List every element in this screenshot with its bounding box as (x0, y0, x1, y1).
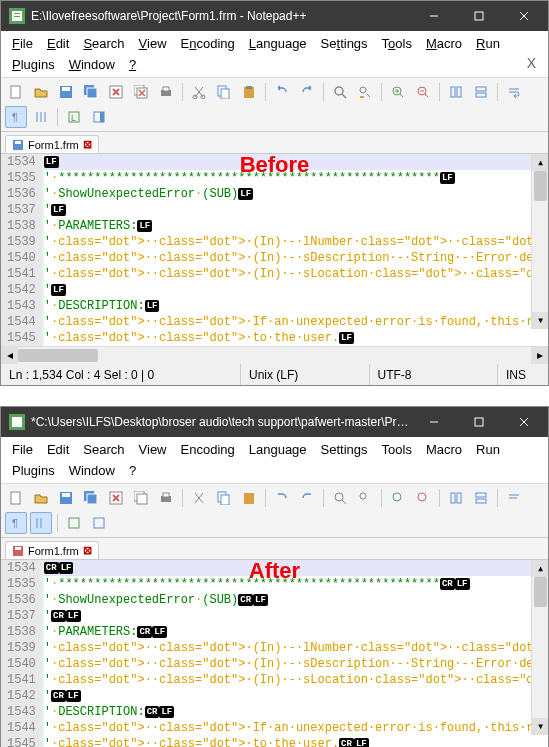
menu-edit[interactable]: Edit (42, 440, 74, 459)
code-editor[interactable]: 1534153515361537153815391540154115421543… (1, 560, 548, 747)
zoom-out-icon[interactable] (412, 81, 434, 103)
menu-search[interactable]: Search (78, 34, 129, 53)
minimize-button[interactable] (411, 407, 456, 437)
sync-h-icon[interactable] (470, 81, 492, 103)
open-file-icon[interactable] (30, 81, 52, 103)
sync-h-icon[interactable] (470, 487, 492, 509)
scroll-up-icon[interactable]: ▴ (532, 560, 548, 577)
titlebar[interactable]: E:\Ilovefreesoftware\Project\Form1.frm -… (1, 1, 548, 31)
menu-macro[interactable]: Macro (421, 34, 467, 53)
redo-icon[interactable] (296, 487, 318, 509)
copy-icon[interactable] (213, 81, 235, 103)
menu-file[interactable]: File (7, 440, 38, 459)
close-button[interactable] (501, 407, 546, 437)
wordwrap-icon[interactable] (503, 81, 525, 103)
doc-map-icon[interactable] (88, 106, 110, 128)
file-tab[interactable]: Form1.frm ⊠ (5, 541, 99, 559)
menu-macro[interactable]: Macro (421, 440, 467, 459)
titlebar[interactable]: *C:\Users\ILFS\Desktop\broser audio\tech… (1, 407, 548, 437)
status-encoding[interactable]: UTF-8 (370, 364, 499, 385)
tab-close-icon[interactable]: ⊠ (83, 544, 92, 557)
redo-icon[interactable] (296, 81, 318, 103)
code-editor[interactable]: 1534153515361537153815391540154115421543… (1, 154, 548, 346)
maximize-button[interactable] (456, 407, 501, 437)
menu-encoding[interactable]: Encoding (176, 440, 240, 459)
menu-language[interactable]: Language (244, 34, 312, 53)
file-tab[interactable]: Form1.frm ⊠ (5, 135, 99, 153)
scroll-thumb-h[interactable] (18, 349, 98, 362)
close-all-icon[interactable] (130, 487, 152, 509)
scroll-up-icon[interactable]: ▴ (532, 154, 548, 171)
horizontal-scrollbar[interactable]: ◂ ▸ (1, 346, 548, 363)
undo-icon[interactable] (271, 487, 293, 509)
menu-tools[interactable]: Tools (377, 440, 417, 459)
cut-icon[interactable] (188, 81, 210, 103)
menu-search[interactable]: Search (78, 440, 129, 459)
scroll-down-icon[interactable]: ▾ (532, 718, 548, 735)
status-insert[interactable]: INS (498, 364, 548, 385)
zoom-in-icon[interactable] (387, 81, 409, 103)
new-file-icon[interactable] (5, 81, 27, 103)
indent-guide-icon[interactable] (30, 512, 52, 534)
zoom-in-icon[interactable] (387, 487, 409, 509)
print-icon[interactable] (155, 81, 177, 103)
menu-help[interactable]: ? (124, 55, 141, 74)
replace-icon[interactable] (354, 487, 376, 509)
menu-tools[interactable]: Tools (377, 34, 417, 53)
close-all-icon[interactable] (130, 81, 152, 103)
menu-settings[interactable]: Settings (316, 34, 373, 53)
scroll-thumb-v[interactable] (534, 577, 547, 607)
doc-map-icon[interactable] (88, 512, 110, 534)
vertical-scrollbar[interactable]: ▴ ▾ (531, 154, 548, 329)
wordwrap-icon[interactable] (503, 487, 525, 509)
show-whitespace-icon[interactable]: ¶ (5, 106, 27, 128)
copy-icon[interactable] (213, 487, 235, 509)
find-icon[interactable] (329, 487, 351, 509)
menu-edit[interactable]: Edit (42, 34, 74, 53)
close-file-icon[interactable] (105, 81, 127, 103)
sync-v-icon[interactable] (445, 81, 467, 103)
maximize-button[interactable] (456, 1, 501, 31)
replace-icon[interactable] (354, 81, 376, 103)
status-eol[interactable]: Unix (LF) (241, 364, 370, 385)
find-icon[interactable] (329, 81, 351, 103)
userlang-icon[interactable]: L (63, 106, 85, 128)
open-file-icon[interactable] (30, 487, 52, 509)
paste-icon[interactable] (238, 487, 260, 509)
show-whitespace-icon[interactable]: ¶ (5, 512, 27, 534)
cut-icon[interactable] (188, 487, 210, 509)
vertical-scrollbar[interactable]: ▴ ▾ (531, 560, 548, 735)
tab-close-icon[interactable]: ⊠ (83, 138, 92, 151)
save-icon[interactable] (55, 81, 77, 103)
menu-view[interactable]: View (134, 34, 172, 53)
menu-view[interactable]: View (134, 440, 172, 459)
menu-window[interactable]: Window (64, 461, 120, 480)
save-icon[interactable] (55, 487, 77, 509)
undo-icon[interactable] (271, 81, 293, 103)
menu-settings[interactable]: Settings (316, 440, 373, 459)
scroll-right-icon[interactable]: ▸ (531, 347, 548, 364)
menu-encoding[interactable]: Encoding (176, 34, 240, 53)
scroll-thumb-v[interactable] (534, 171, 547, 201)
zoom-out-icon[interactable] (412, 487, 434, 509)
close-file-icon[interactable] (105, 487, 127, 509)
menu-window[interactable]: Window (64, 55, 120, 74)
save-all-icon[interactable] (80, 81, 102, 103)
paste-icon[interactable] (238, 81, 260, 103)
userlang-icon[interactable] (63, 512, 85, 534)
menu-run[interactable]: Run (471, 440, 505, 459)
code-content[interactable]: LF'·************************************… (44, 154, 548, 346)
menubar-close-icon[interactable]: X (521, 55, 542, 74)
code-content[interactable]: CRLF'·**********************************… (44, 560, 548, 747)
close-button[interactable] (501, 1, 546, 31)
menu-plugins[interactable]: Plugins (7, 461, 60, 480)
new-file-icon[interactable] (5, 487, 27, 509)
indent-guide-icon[interactable] (30, 106, 52, 128)
menu-run[interactable]: Run (471, 34, 505, 53)
menu-help[interactable]: ? (124, 461, 141, 480)
sync-v-icon[interactable] (445, 487, 467, 509)
scroll-down-icon[interactable]: ▾ (532, 312, 548, 329)
menu-file[interactable]: File (7, 34, 38, 53)
print-icon[interactable] (155, 487, 177, 509)
menu-plugins[interactable]: Plugins (7, 55, 60, 74)
